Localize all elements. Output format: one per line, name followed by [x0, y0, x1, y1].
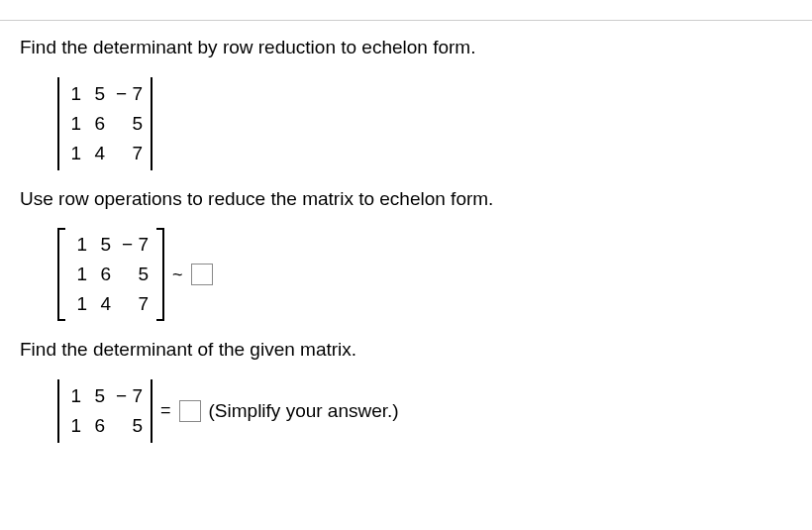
cell: − 7: [121, 234, 149, 256]
det-bar-right: [151, 379, 152, 443]
matrix-body: 1 5 − 7 1 6 5 1 4 7: [59, 77, 151, 170]
instruction-3: Find the determinant of the given matrix…: [20, 337, 792, 364]
cell: 1: [67, 83, 81, 105]
cell: 7: [121, 293, 149, 315]
row-reduction-step: 1 5 − 7 1 6 5 1 4 7 ~: [57, 228, 792, 321]
cell: 1: [73, 264, 87, 285]
cell: 1: [67, 113, 81, 135]
bracket-left: [57, 228, 65, 321]
tilde-symbol: ~: [172, 265, 183, 285]
instruction-2: Use row operations to reduce the matrix …: [20, 186, 792, 213]
cell: 4: [97, 293, 111, 315]
cell: 5: [91, 83, 105, 105]
cell: 5: [115, 113, 143, 135]
bracket-right: [156, 228, 164, 321]
cell: 1: [67, 385, 81, 407]
cell: − 7: [115, 83, 143, 105]
bracket-matrix-2: 1 5 − 7 1 6 5 1 4 7: [57, 228, 164, 321]
simplify-hint: (Simplify your answer.): [209, 400, 399, 422]
problem-content: Find the determinant by row reduction to…: [0, 21, 812, 443]
cell: 6: [91, 415, 105, 437]
cell: 5: [115, 415, 143, 437]
determinant-answer-input[interactable]: [179, 400, 201, 422]
cell: 7: [115, 143, 143, 164]
cell: 1: [67, 415, 81, 437]
det-bar-right: [151, 77, 152, 170]
det-matrix-3: 1 5 − 7 1 6 5: [57, 379, 152, 443]
echelon-matrix-input[interactable]: [191, 264, 213, 285]
determinant-answer-row: 1 5 − 7 1 6 5 = (Simplify your answer.): [57, 379, 792, 443]
matrix-body: 1 5 − 7 1 6 5 1 4 7: [65, 228, 156, 321]
cell: 6: [97, 264, 111, 285]
cell: 1: [73, 293, 87, 315]
cell: 1: [73, 234, 87, 256]
cell: 5: [121, 264, 149, 285]
cell: − 7: [115, 385, 143, 407]
determinant-display-1: 1 5 − 7 1 6 5 1 4 7: [57, 77, 792, 170]
matrix-body: 1 5 − 7 1 6 5: [59, 379, 151, 443]
cell: 5: [91, 385, 105, 407]
cell: 6: [91, 113, 105, 135]
cell: 4: [91, 143, 105, 164]
cell: 1: [67, 143, 81, 164]
equals-symbol: =: [160, 400, 171, 421]
instruction-1: Find the determinant by row reduction to…: [20, 35, 792, 61]
cell: 5: [97, 234, 111, 256]
det-matrix-1: 1 5 − 7 1 6 5 1 4 7: [57, 77, 152, 170]
